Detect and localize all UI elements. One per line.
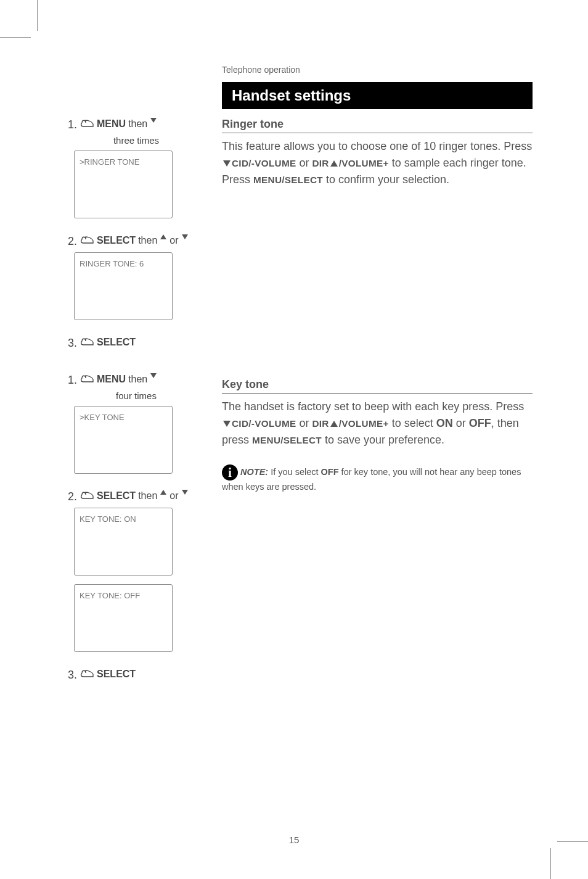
section-heading-ringer: Ringer tone — [222, 118, 533, 133]
step-trail: three times — [68, 134, 205, 147]
step-text: or — [169, 234, 178, 247]
down-arrow-icon — [182, 490, 188, 495]
button-label: MENU/SELECT — [252, 435, 322, 445]
lcd-screen: KEY TONE: ON — [74, 508, 173, 576]
body-text: to save your preference. — [322, 434, 444, 446]
body-text: The handset is factory set to beep with … — [222, 400, 524, 413]
ringer-body: This feature allows you to choose one of… — [222, 138, 533, 188]
step-text: then — [128, 373, 147, 386]
page-number: 15 — [0, 835, 588, 845]
button-label: CID/-VOLUME — [232, 158, 296, 168]
press-icon — [80, 234, 94, 244]
body-text: or — [296, 157, 312, 169]
button-label: DIR — [312, 418, 329, 429]
step-3-ringer: 3. SELECT — [68, 336, 205, 350]
up-arrow-icon — [330, 160, 338, 167]
down-arrow-icon — [182, 234, 188, 239]
note-text: If you select — [268, 467, 321, 477]
press-icon — [80, 490, 94, 500]
step-number: 2. — [68, 490, 77, 504]
button-label: /VOLUME+ — [339, 158, 389, 168]
press-icon — [80, 668, 94, 678]
menu-label: MENU — [97, 373, 126, 386]
step-number: 1. — [68, 373, 77, 387]
step-text: then — [138, 490, 157, 503]
step-number: 1. — [68, 118, 77, 132]
down-arrow-icon — [150, 373, 157, 378]
lcd-screen: >KEY TONE — [74, 406, 173, 474]
up-arrow-icon — [160, 234, 166, 239]
press-icon — [80, 118, 94, 128]
button-label: MENU/SELECT — [253, 175, 323, 185]
keytone-body: The handset is factory set to beep with … — [222, 398, 533, 448]
lcd-screen: >RINGER TONE — [74, 151, 173, 218]
note-label: NOTE: — [240, 467, 268, 477]
crop-mark — [0, 37, 31, 38]
step-number: 3. — [68, 336, 77, 350]
body-text: to confirm your selection. — [323, 173, 449, 186]
body-text: or — [296, 417, 312, 429]
step-trail: four times — [68, 390, 205, 402]
body-text: This feature allows you to choose one of… — [222, 140, 532, 152]
page-title: Handset settings — [222, 82, 533, 109]
step-1-ringer: 1. MENU then three times — [68, 118, 205, 147]
step-text: then — [128, 118, 147, 131]
button-label: CID/-VOLUME — [232, 418, 296, 429]
step-text: then — [138, 234, 157, 247]
down-arrow-icon — [223, 160, 231, 167]
step-1-keytone: 1. MENU then four times — [68, 373, 205, 402]
section-heading-keytone: Key tone — [222, 378, 533, 394]
option-off: OFF — [469, 417, 491, 429]
up-arrow-icon — [330, 421, 338, 427]
step-2-ringer: 2. SELECT then or — [68, 234, 205, 249]
press-icon — [80, 336, 94, 346]
select-label: SELECT — [97, 490, 136, 503]
step-text: or — [169, 490, 178, 503]
select-label: SELECT — [97, 234, 136, 247]
down-arrow-icon — [150, 118, 157, 123]
lcd-screen: RINGER TONE: 6 — [74, 252, 173, 320]
select-label: SELECT — [97, 668, 136, 681]
step-3-keytone: 3. SELECT — [68, 668, 205, 682]
menu-label: MENU — [97, 118, 126, 131]
page-category: Telephone operation — [222, 65, 533, 75]
info-icon: i — [222, 464, 238, 481]
button-label: DIR — [312, 158, 329, 168]
option-on: ON — [436, 417, 453, 429]
up-arrow-icon — [160, 490, 166, 495]
step-2-keytone: 2. SELECT then or — [68, 490, 205, 504]
option-off: OFF — [321, 467, 339, 477]
crop-mark — [550, 848, 551, 879]
down-arrow-icon — [223, 421, 231, 427]
crop-mark — [37, 0, 38, 31]
select-label: SELECT — [97, 336, 136, 349]
press-icon — [80, 373, 94, 383]
body-text: or — [453, 417, 469, 429]
button-label: /VOLUME+ — [339, 418, 389, 429]
lcd-screen: KEY TONE: OFF — [74, 584, 173, 652]
body-text: to select — [389, 417, 436, 429]
note-block: i NOTE: If you select OFF for key tone, … — [222, 464, 533, 494]
step-number: 2. — [68, 234, 77, 249]
step-number: 3. — [68, 668, 77, 682]
